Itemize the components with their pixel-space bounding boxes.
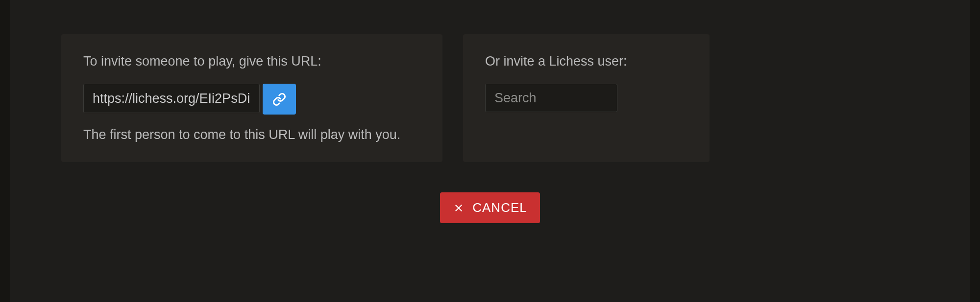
invite-user-title: Or invite a Lichess user: bbox=[485, 54, 687, 69]
panels-row: To invite someone to play, give this URL… bbox=[10, 34, 970, 162]
cancel-button[interactable]: CANCEL bbox=[440, 192, 539, 223]
page-inner: To invite someone to play, give this URL… bbox=[10, 0, 970, 302]
cancel-label: CANCEL bbox=[472, 200, 527, 215]
link-icon bbox=[272, 93, 286, 106]
close-icon bbox=[453, 202, 465, 214]
invite-url-field[interactable]: https://lichess.org/EIi2PsDi bbox=[83, 84, 260, 113]
invite-url-title: To invite someone to play, give this URL… bbox=[83, 54, 420, 69]
user-search-input[interactable] bbox=[485, 84, 617, 112]
invite-url-hint: The first person to come to this URL wil… bbox=[83, 127, 420, 142]
invite-user-panel: Or invite a Lichess user: bbox=[463, 34, 710, 162]
invite-url-panel: To invite someone to play, give this URL… bbox=[61, 34, 442, 162]
copy-url-button[interactable] bbox=[263, 84, 296, 115]
cancel-row: CANCEL bbox=[10, 192, 970, 223]
page-outer: To invite someone to play, give this URL… bbox=[0, 0, 980, 302]
url-row: https://lichess.org/EIi2PsDi bbox=[83, 84, 420, 115]
